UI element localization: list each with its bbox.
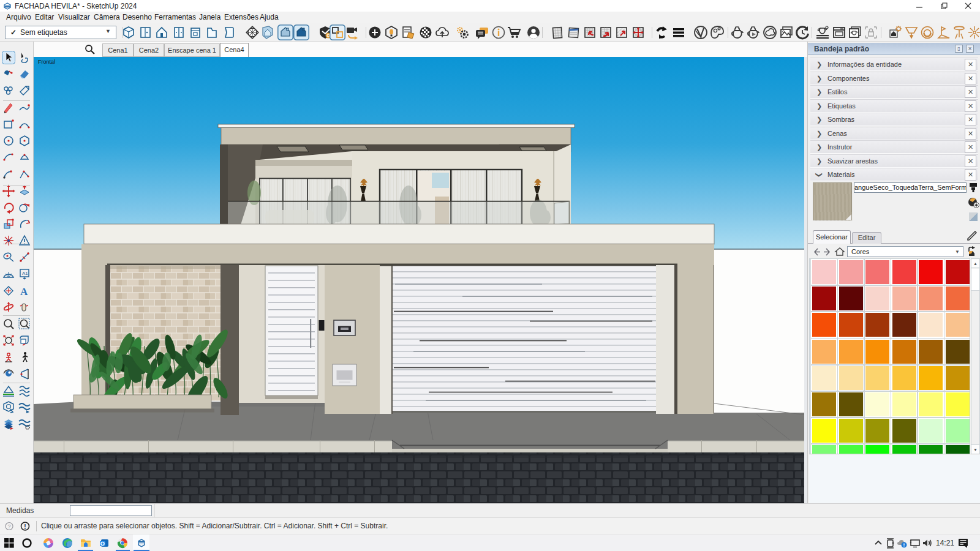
svg-text:Frontal: Frontal: [38, 59, 55, 65]
svg-text:?: ?: [7, 523, 10, 530]
svg-text:A: A: [20, 286, 28, 298]
svg-text:!: !: [24, 523, 26, 530]
svg-text:A1: A1: [22, 271, 28, 276]
